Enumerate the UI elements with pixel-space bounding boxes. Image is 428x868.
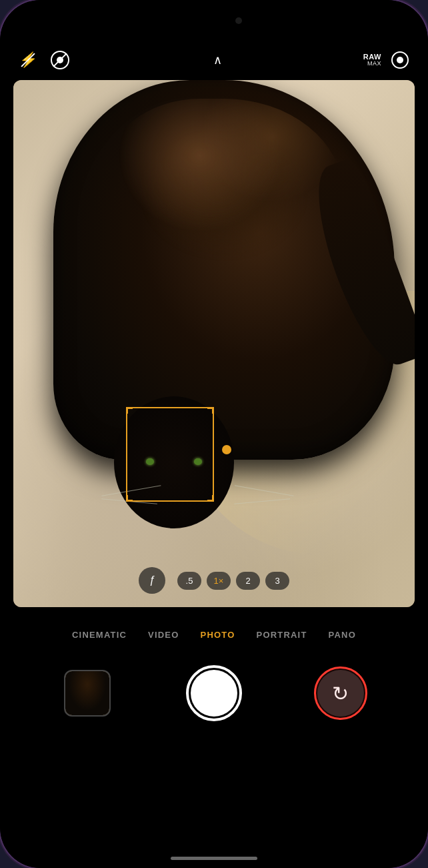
focus-corner-tr (207, 407, 214, 414)
mode-photo[interactable]: PHOTO (190, 624, 246, 645)
shutter-button[interactable] (186, 665, 242, 721)
phone-frame: ⚡ ∧ (0, 0, 428, 868)
zoom-2x-label: 2 (245, 576, 250, 586)
zoom-0-5-button[interactable]: .5 (177, 572, 201, 590)
mode-photo-label: PHOTO (201, 630, 235, 640)
focus-corner-bl (126, 495, 133, 502)
camera-viewfinder[interactable]: ƒ .5 1× 2 3 (13, 80, 415, 607)
mode-portrait[interactable]: PORTRAIT (246, 624, 318, 645)
live-circle-button[interactable] (388, 48, 412, 72)
zoom-1x-label: 1× (214, 576, 224, 586)
camera-top-controls: ⚡ ∧ (16, 48, 412, 72)
photo-thumbnail[interactable] (64, 670, 111, 717)
mode-selector: CINEMATIC VIDEO PHOTO PORTRAIT PANO (0, 611, 428, 645)
flip-highlight-ring (314, 667, 367, 720)
cat-fur (105, 99, 343, 288)
cat-scene: ƒ .5 1× 2 3 (13, 80, 415, 607)
live-photo-button[interactable] (48, 48, 72, 72)
mode-portrait-label: PORTRAIT (257, 630, 307, 640)
dynamic-island (174, 9, 254, 32)
mode-cinematic[interactable]: CINEMATIC (61, 624, 137, 645)
focus-corner-tl (126, 407, 133, 414)
live-photo-circle-icon (391, 51, 409, 69)
mode-video-label: VIDEO (148, 630, 179, 640)
live-photo-icon (51, 51, 69, 69)
zoom-controls: ƒ .5 1× 2 3 (13, 567, 415, 594)
shutter-controls: ↻ (0, 645, 428, 735)
zoom-0-5-label: .5 (186, 576, 193, 586)
home-indicator[interactable] (171, 857, 257, 860)
chevron-up-icon: ∧ (213, 53, 222, 67)
svg-point-1 (397, 57, 403, 63)
max-label: MAX (367, 61, 381, 67)
phone-screen: ⚡ ∧ (0, 0, 428, 868)
thumbnail-image (65, 671, 109, 715)
zoom-3x-label: 3 (275, 576, 279, 586)
focus-box[interactable] (126, 407, 214, 502)
expand-button[interactable]: ∧ (205, 48, 229, 72)
left-controls: ⚡ (16, 48, 72, 72)
bottom-controls: CINEMATIC VIDEO PHOTO PORTRAIT PANO (0, 611, 428, 868)
focus-corner-br (207, 495, 214, 502)
live-off-strike (53, 53, 67, 67)
aperture-button[interactable]: ƒ (139, 567, 165, 594)
zoom-2x-button[interactable]: 2 (236, 572, 260, 590)
zoom-3x-button[interactable]: 3 (265, 572, 289, 590)
exposure-dot[interactable] (222, 445, 231, 454)
mode-cinematic-label: CINEMATIC (72, 630, 127, 640)
right-controls: RAW MAX (363, 48, 412, 72)
mode-video[interactable]: VIDEO (137, 624, 189, 645)
shutter-inner (191, 670, 237, 717)
zoom-1x-button[interactable]: 1× (207, 572, 231, 590)
flip-camera-container: ↻ (317, 670, 364, 717)
camera-preview: ƒ .5 1× 2 3 (13, 80, 415, 607)
camera-dot (235, 17, 242, 24)
mode-pano[interactable]: PANO (318, 624, 367, 645)
aperture-icon: ƒ (149, 574, 155, 586)
flash-button[interactable]: ⚡ (16, 48, 40, 72)
raw-max-indicator[interactable]: RAW MAX (363, 53, 381, 67)
mode-pano-label: PANO (329, 630, 356, 640)
